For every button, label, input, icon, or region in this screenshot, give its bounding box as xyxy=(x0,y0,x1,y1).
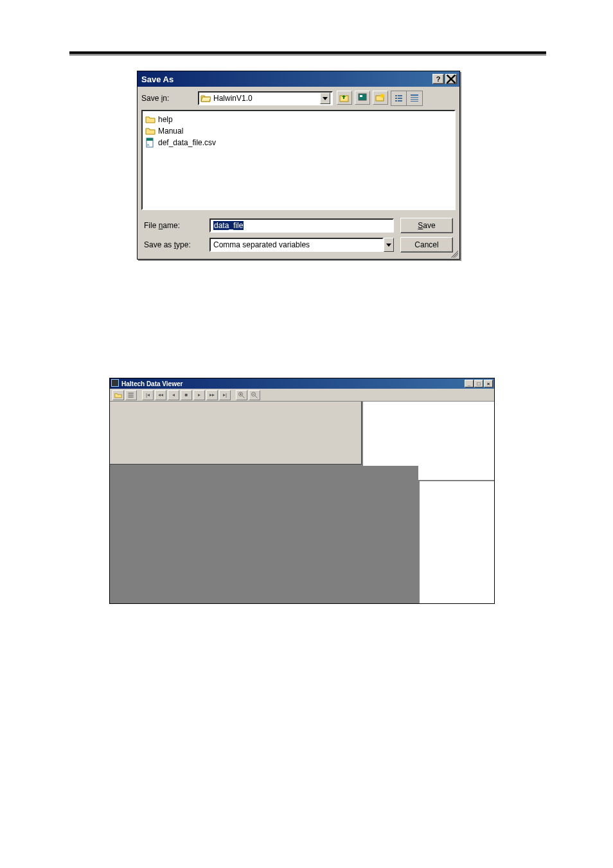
svg-rect-10 xyxy=(411,94,418,96)
file-name-label: def_data_file.csv xyxy=(158,138,216,147)
new-folder-icon xyxy=(375,93,386,103)
page-rule-thick xyxy=(69,51,546,54)
dialog-titlebar[interactable]: Save As ? xyxy=(138,71,459,87)
svg-rect-9 xyxy=(398,100,402,102)
save-as-type-label: Save as type: xyxy=(144,240,203,249)
viewer-pane-top-left[interactable] xyxy=(110,402,362,465)
svg-rect-19 xyxy=(129,396,134,398)
list-item[interactable]: a, def_data_file.csv xyxy=(145,137,452,148)
svg-rect-4 xyxy=(395,95,397,96)
svg-rect-8 xyxy=(395,100,397,102)
save-in-value: HalwinV1.0 xyxy=(213,94,253,103)
viewer-pane-bottom-right[interactable] xyxy=(420,481,494,603)
toolbar-stop-button[interactable]: ■ xyxy=(181,390,192,400)
file-name-label: help xyxy=(158,115,173,124)
filename-input[interactable]: data_file xyxy=(209,218,394,233)
data-viewer-window: Haltech Data Viewer _ □ × |◂ ◂◂ ◂ ■ ▸ ▸▸… xyxy=(109,378,495,604)
folder-icon xyxy=(145,126,155,136)
svg-text:a,: a, xyxy=(147,143,150,146)
list-icon xyxy=(127,391,135,399)
svg-rect-17 xyxy=(129,393,134,394)
save-as-dialog: Save As ? Save in: HalwinV1.0 xyxy=(137,71,460,260)
viewer-titlebar[interactable]: Haltech Data Viewer _ □ × xyxy=(110,378,494,389)
folder-open-icon xyxy=(200,93,211,103)
csv-file-icon: a, xyxy=(145,137,155,148)
toolbar-first-button[interactable]: |◂ xyxy=(142,390,154,400)
save-in-label: Save in: xyxy=(141,94,198,103)
toolbar-prev-button[interactable]: ◂◂ xyxy=(155,390,166,400)
view-mode-group xyxy=(391,91,423,106)
toolbar-zoom-out-button[interactable] xyxy=(249,390,260,400)
toolbar-last-button[interactable]: ▸| xyxy=(219,390,231,400)
file-name-label: Manual xyxy=(158,127,183,136)
viewer-toolbar: |◂ ◂◂ ◂ ■ ▸ ▸▸ ▸| xyxy=(110,389,494,402)
dialog-bottom-grid: File name: data_file Save Save as type: … xyxy=(138,214,459,259)
desktop-button[interactable] xyxy=(355,91,370,105)
svg-rect-5 xyxy=(398,95,402,96)
toolbar-options-button[interactable] xyxy=(125,390,137,400)
cancel-button[interactable]: Cancel xyxy=(400,237,453,252)
save-in-row: Save in: HalwinV1.0 xyxy=(138,87,459,110)
viewer-title: Haltech Data Viewer xyxy=(121,380,464,387)
details-icon xyxy=(409,93,420,103)
list-item[interactable]: help xyxy=(145,114,452,125)
app-icon xyxy=(111,379,119,387)
svg-rect-18 xyxy=(129,394,134,396)
svg-rect-6 xyxy=(395,98,397,99)
close-icon xyxy=(446,74,456,84)
list-item[interactable]: Manual xyxy=(145,125,452,137)
dropdown-arrow[interactable] xyxy=(320,93,330,104)
list-icon xyxy=(394,93,404,103)
maximize-button[interactable]: □ xyxy=(474,380,483,387)
page-rule-thin xyxy=(69,55,546,55)
viewer-body xyxy=(110,402,494,603)
toolbar-next-button[interactable]: ▸▸ xyxy=(206,390,218,400)
toolbar-play-back-button[interactable]: ◂ xyxy=(168,390,179,400)
details-view-button[interactable] xyxy=(407,91,422,105)
svg-rect-13 xyxy=(411,101,418,102)
viewer-pane-bottom-left[interactable] xyxy=(110,466,418,603)
folder-open-icon xyxy=(114,391,122,399)
close-button[interactable]: × xyxy=(484,380,493,387)
zoom-out-icon xyxy=(251,391,258,399)
chevron-down-icon xyxy=(323,97,328,100)
chevron-down-icon xyxy=(386,244,391,247)
up-one-level-button[interactable] xyxy=(337,91,352,105)
filename-label: File name: xyxy=(144,221,203,230)
type-value: Comma separated variables xyxy=(213,240,310,249)
folder-icon xyxy=(145,114,155,125)
list-view-button[interactable] xyxy=(391,91,407,105)
filename-value: data_file xyxy=(213,221,244,230)
save-as-type-combo[interactable]: Comma separated variables xyxy=(209,238,394,252)
toolbar-zoom-in-button[interactable] xyxy=(236,390,247,400)
svg-rect-2 xyxy=(360,95,362,97)
path-toolbar xyxy=(337,91,423,106)
svg-rect-11 xyxy=(411,97,418,98)
desktop-icon xyxy=(357,93,368,103)
help-button[interactable]: ? xyxy=(432,74,444,84)
folder-up-icon xyxy=(339,93,350,103)
toolbar-open-button[interactable] xyxy=(112,390,124,400)
save-button[interactable]: Save xyxy=(400,218,453,233)
zoom-in-icon xyxy=(238,391,245,399)
toolbar-play-button[interactable]: ▸ xyxy=(193,390,205,400)
svg-rect-12 xyxy=(411,99,418,100)
svg-rect-15 xyxy=(147,138,153,141)
resize-grip[interactable] xyxy=(449,249,458,258)
save-in-combo[interactable]: HalwinV1.0 xyxy=(198,91,333,105)
dropdown-arrow[interactable] xyxy=(384,238,394,252)
dialog-title: Save As xyxy=(141,75,431,84)
svg-rect-7 xyxy=(398,98,402,99)
new-folder-button[interactable] xyxy=(373,91,388,105)
close-button[interactable] xyxy=(445,74,457,84)
minimize-button[interactable]: _ xyxy=(465,380,474,387)
file-list-area[interactable]: help Manual a, def_data_file.csv xyxy=(141,110,456,210)
